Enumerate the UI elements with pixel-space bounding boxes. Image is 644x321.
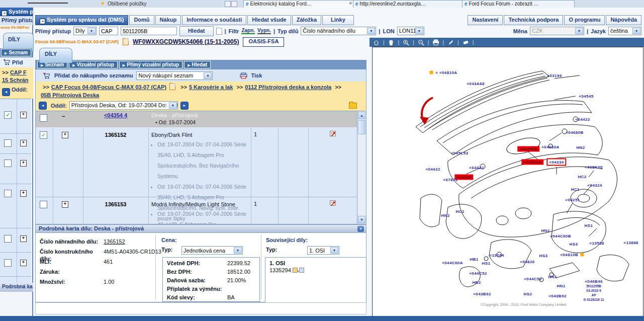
diagram-callout[interactable]: <044C60B bbox=[550, 234, 571, 238]
collapse-row-button[interactable]: − bbox=[62, 113, 65, 119]
table-row[interactable]: + bbox=[0, 153, 31, 184]
diagram-callout[interactable]: HN2 bbox=[441, 213, 449, 218]
diagram-callout[interactable]: <04680B bbox=[566, 130, 584, 135]
image-available-icon[interactable] bbox=[330, 200, 336, 207]
table-row[interactable]: ✓ + 1365152 Ebony/Dark Flint Od: 19-07-2… bbox=[36, 127, 357, 197]
tab-list-button[interactable] bbox=[231, 1, 237, 7]
diagram-callout[interactable]: <04545 bbox=[579, 94, 593, 99]
category-select[interactable]: Díly▼ bbox=[73, 27, 97, 35]
part-type-select[interactable]: Číslo náhradního dílu▼ bbox=[301, 27, 376, 35]
nav-napoveda[interactable]: Nápověda bbox=[606, 15, 641, 25]
diagram-callout[interactable]: <13284 bbox=[489, 253, 504, 258]
diagram-callout[interactable]: <044C60A bbox=[442, 261, 463, 265]
favorites-star-icon[interactable]: ★ bbox=[101, 1, 105, 6]
subnav-primy-vizualni-pristup[interactable]: ▶Přímý vizuální přístup bbox=[119, 61, 182, 68]
nav-hledat-vsude[interactable]: Hledat všude bbox=[247, 15, 291, 25]
nav-linky[interactable]: Linky bbox=[322, 15, 354, 25]
filter-off-link[interactable]: Vypn. bbox=[257, 28, 271, 34]
eraser-icon[interactable] bbox=[462, 39, 470, 46]
breadcrumb-link-group[interactable]: 5 Karosérie a lak bbox=[189, 84, 233, 90]
expand-button[interactable]: + bbox=[62, 132, 68, 138]
browser-tab[interactable]: ehttp://ereonline2.eurotaxgla… bbox=[353, 0, 463, 8]
row-checkbox[interactable] bbox=[4, 235, 12, 243]
expand-button[interactable]: + bbox=[20, 140, 27, 146]
part-number-link[interactable]: 1365152 bbox=[104, 238, 125, 245]
scroll-down-button[interactable]: ▼ bbox=[358, 216, 365, 223]
zoom-out-icon[interactable] bbox=[417, 39, 425, 46]
zoom-in-icon[interactable] bbox=[402, 39, 410, 46]
diagram-callout[interactable]: HN1 bbox=[548, 275, 557, 279]
subnav-hledat[interactable]: ▶Hledat bbox=[184, 61, 211, 68]
next-section-button[interactable]: ► bbox=[180, 102, 189, 110]
subnav-vizualni-pristup[interactable]: ▶Vizuální přístup bbox=[69, 61, 118, 68]
image-available-icon[interactable] bbox=[330, 130, 336, 138]
copy-icon[interactable] bbox=[216, 28, 222, 35]
table-row[interactable]: ✓+ bbox=[0, 99, 31, 134]
diagram-callout[interactable]: <04422 bbox=[425, 167, 440, 172]
diagram-callout[interactable]: HC1 bbox=[571, 187, 579, 192]
diagram-callout[interactable]: <03194 bbox=[547, 73, 562, 78]
diagram-callout[interactable]: HS1 bbox=[482, 261, 491, 266]
scroll-up-button[interactable]: ▲ bbox=[358, 112, 365, 119]
print-label[interactable]: Tisk bbox=[251, 72, 262, 78]
search-input[interactable] bbox=[121, 27, 177, 35]
row-checkbox[interactable] bbox=[4, 159, 12, 167]
dms-app-button[interactable]: ◂Systém pro správu dat (DMS) bbox=[35, 15, 128, 25]
diagram-callout[interactable]: HS3 bbox=[570, 242, 578, 247]
nav-nastaveni[interactable]: Nastavení bbox=[468, 15, 503, 25]
related-link-icon[interactable] bbox=[299, 268, 304, 273]
table-row[interactable]: + bbox=[0, 252, 31, 277]
scroll-thumb[interactable] bbox=[358, 120, 365, 134]
row-checkbox[interactable] bbox=[4, 259, 12, 267]
diagram-callout[interactable]: <043B92 bbox=[548, 294, 567, 298]
diagram-callout[interactable]: <04251 bbox=[565, 198, 580, 202]
table-row[interactable]: + bbox=[0, 184, 31, 228]
language-select[interactable]: čeština▼ bbox=[608, 27, 641, 35]
document-icon[interactable] bbox=[169, 83, 175, 90]
nav-zalozka[interactable]: Záložka bbox=[292, 15, 321, 25]
diagram-callout[interactable]: <044C52 bbox=[469, 271, 487, 276]
vin-link[interactable]: WF0WXXGCDW5K54066 (15-11-2005) bbox=[133, 38, 239, 45]
diagram-callout[interactable]: <043A88 bbox=[467, 82, 485, 86]
table-row[interactable]: + bbox=[0, 133, 31, 154]
close-icon[interactable]: × bbox=[349, 1, 352, 6]
pencil-icon[interactable] bbox=[447, 39, 454, 46]
nav-nakup[interactable]: Nákup bbox=[155, 15, 181, 25]
expand-button[interactable]: + bbox=[20, 235, 27, 242]
tab-dily-active[interactable]: DÍLY bbox=[39, 48, 72, 63]
diagram-callout[interactable]: HN2 bbox=[576, 145, 585, 150]
home-icon[interactable] bbox=[373, 39, 380, 46]
diagram-callout[interactable]: <044C52 bbox=[524, 277, 542, 281]
filter-on-link[interactable]: Zapn. bbox=[241, 28, 255, 34]
breadcrumb-link[interactable]: CAP F bbox=[10, 69, 27, 75]
row-checkbox[interactable] bbox=[4, 139, 12, 147]
diagram-callout[interactable]: HB1 bbox=[470, 257, 478, 262]
diagram-callout-highlighted[interactable]: <04305A bbox=[521, 159, 543, 165]
breadcrumb-link-subgroup[interactable]: 0112 Přístrojová deska a konzola bbox=[245, 84, 331, 90]
diagram-callout[interactable]: <13888 bbox=[623, 240, 638, 245]
expand-button[interactable]: + bbox=[20, 260, 27, 266]
quick-tabs-button[interactable] bbox=[225, 1, 231, 7]
part-number[interactable]: 1365153 bbox=[83, 201, 148, 207]
folder-up-icon[interactable] bbox=[349, 103, 357, 109]
lon-select[interactable]: LON11▼ bbox=[397, 27, 424, 35]
currency-select[interactable]: CZK▼ bbox=[530, 27, 584, 35]
related-type-select[interactable]: 1. OSI▼ bbox=[307, 246, 339, 255]
diagram-callout[interactable]: <64422 bbox=[575, 117, 590, 122]
expand-button[interactable]: + bbox=[20, 190, 27, 197]
diagram-callout[interactable]: <13588 bbox=[589, 241, 604, 246]
diagram-callout[interactable]: HS1 bbox=[585, 223, 593, 228]
expand-button[interactable]: + bbox=[20, 112, 27, 118]
breadcrumb-link-section[interactable]: 05B Přístrojová Deska bbox=[41, 92, 99, 98]
diagram-callout[interactable]: <046B46 bbox=[585, 279, 603, 284]
part-number[interactable]: 1365152 bbox=[83, 132, 148, 138]
table-row-selected[interactable]: − <04354 4 Deska - přístrojová • Od: 19-… bbox=[36, 111, 357, 128]
diagram-callout[interactable]: HN2 bbox=[541, 228, 549, 233]
diagram-callout[interactable]: <64422 bbox=[469, 166, 484, 170]
breadcrumb-link[interactable]: 15 Schrán bbox=[2, 77, 29, 83]
diagram-callout[interactable]: <043B92 bbox=[473, 292, 491, 296]
nav-technicka-podpora[interactable]: Technická podpora bbox=[504, 15, 563, 25]
browser-tab[interactable]: eFord Focus Fórum - zobrazit … bbox=[462, 0, 575, 8]
row-checkbox[interactable] bbox=[40, 201, 47, 208]
browser-tab-active[interactable]: eElektronický katalog Ford… × bbox=[243, 0, 354, 8]
